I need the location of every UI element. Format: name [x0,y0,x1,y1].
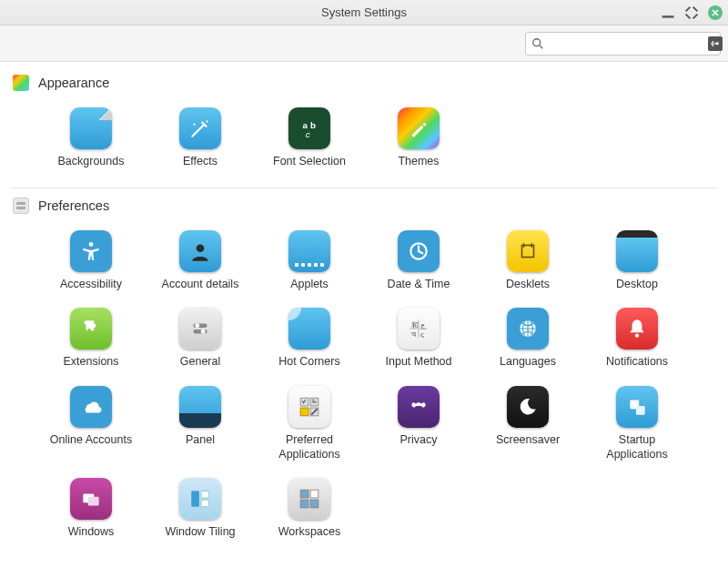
item-general[interactable]: General [150,308,250,370]
svg-point-8 [89,242,94,247]
preferred-applications-icon [288,386,330,428]
item-accessibility[interactable]: Accessibility [41,230,141,292]
accessibility-icon [70,230,112,272]
windows-icon [70,478,112,520]
close-button[interactable] [708,5,723,20]
svg-text:অ: অ [411,330,417,339]
languages-icon [507,308,549,350]
item-label: Extensions [63,355,118,370]
item-workspaces[interactable]: Workspaces [259,478,359,540]
svg-rect-33 [201,491,209,498]
svg-rect-35 [300,490,308,498]
hot-corners-icon [288,308,330,350]
svg-rect-31 [88,497,99,506]
item-hot-corners[interactable]: Hot Corners [259,308,359,370]
search-icon [531,37,544,50]
item-label: Languages [500,355,556,370]
divider [11,188,717,188]
themes-icon [398,107,440,149]
backgrounds-icon [70,107,112,149]
online-accounts-icon [70,386,112,428]
preferences-section-icon [13,198,29,214]
item-notifications[interactable]: Notifications [587,308,687,370]
desktop-icon [616,230,658,272]
appearance-grid: Backgrounds Effects abc Font Selection T… [9,98,719,188]
notifications-icon [616,308,658,350]
general-icon [179,308,221,350]
minimize-button[interactable] [661,5,675,20]
appearance-section-icon [13,75,29,91]
item-label: Workspaces [278,525,341,540]
item-desktop[interactable]: Desktop [587,230,687,292]
svg-point-23 [635,334,639,338]
applets-icon [288,230,330,272]
svg-point-3 [207,120,208,122]
item-privacy[interactable]: Privacy [369,386,469,462]
svg-rect-32 [191,491,199,506]
svg-text:ς: ς [420,330,424,339]
item-label: Window Tiling [165,525,235,540]
item-input-method[interactable]: 和جঅς Input Method [369,308,469,370]
item-extensions[interactable]: Extensions [41,308,141,370]
item-label: Online Accounts [50,433,132,448]
item-label: Notifications [606,355,668,370]
item-account-details[interactable]: Account details [150,230,250,292]
workspaces-icon [288,478,330,520]
item-label: Account details [162,278,239,292]
item-label: Font Selection [273,155,346,169]
toolbar [0,25,728,62]
svg-line-2 [540,45,543,48]
window-title: System Settings [321,5,407,19]
svg-point-4 [193,124,195,126]
privacy-icon [398,386,440,428]
item-date-time[interactable]: Date & Time [369,230,469,292]
svg-rect-29 [636,406,645,415]
item-label: Privacy [400,433,438,448]
item-label: Windows [68,525,115,540]
date-time-icon [398,230,440,272]
section-header-appearance: Appearance [9,75,719,98]
window-tiling-icon [179,478,221,520]
titlebar: System Settings [0,0,728,25]
search-input[interactable] [544,36,708,50]
item-label: Date & Time [388,278,450,292]
item-desklets[interactable]: Desklets [478,230,578,292]
font-selection-icon: abc [288,107,330,149]
svg-point-9 [197,244,205,252]
item-label: Desklets [506,278,550,292]
svg-text:b: b [310,120,316,130]
item-window-tiling[interactable]: Window Tiling [150,478,250,540]
item-windows[interactable]: Windows [41,478,141,540]
svg-rect-36 [310,490,318,498]
item-label: Hot Corners [278,355,339,370]
item-label: Backgrounds [58,155,125,169]
item-applets[interactable]: Applets [259,230,359,292]
search-field[interactable] [525,32,721,56]
item-online-accounts[interactable]: Online Accounts [41,386,141,462]
svg-point-15 [201,330,206,334]
item-label: General [180,355,220,370]
item-label: Panel [186,433,215,448]
item-effects[interactable]: Effects [150,107,250,169]
maximize-button[interactable] [684,5,699,20]
section-title: Preferences [38,198,109,213]
desklets-icon [507,230,549,272]
item-font-selection[interactable]: abc Font Selection [259,107,359,169]
screensaver-icon [507,386,549,428]
extensions-icon [70,308,112,350]
item-label: Applets [290,278,329,292]
section-header-preferences: Preferences [9,198,719,221]
item-startup-applications[interactable]: Startup Applications [587,386,687,462]
clear-search-button[interactable] [708,36,723,51]
svg-point-13 [195,324,199,329]
item-backgrounds[interactable]: Backgrounds [41,107,141,169]
item-themes[interactable]: Themes [369,107,469,169]
svg-text:c: c [306,129,310,139]
item-preferred-applications[interactable]: Preferred Applications [259,386,359,462]
item-screensaver[interactable]: Screensaver [478,386,578,462]
item-languages[interactable]: Languages [478,308,578,370]
startup-applications-icon [616,386,658,428]
item-panel[interactable]: Panel [150,386,250,462]
svg-rect-38 [310,500,318,508]
account-details-icon [179,230,221,272]
